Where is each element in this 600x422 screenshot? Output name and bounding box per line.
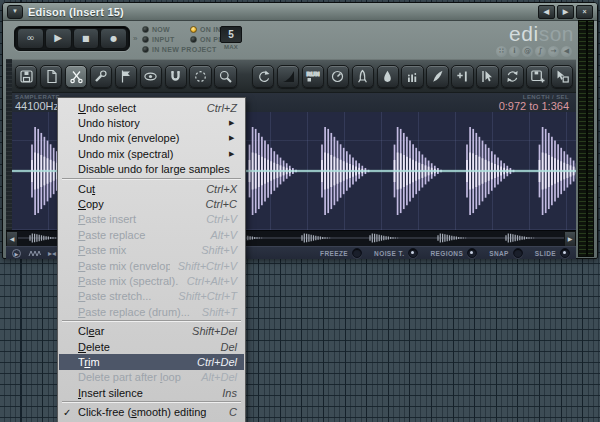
arrow-left-icon[interactable]: ◀ xyxy=(561,46,572,57)
arrow-right-icon[interactable]: → xyxy=(548,46,559,57)
record-option-input[interactable]: INPUT xyxy=(142,34,188,44)
floppyplus-icon xyxy=(530,69,545,84)
wave-scroll-icon[interactable] xyxy=(28,249,41,258)
menu-shortcut: Del xyxy=(220,341,237,353)
loop-button[interactable]: ∞ xyxy=(17,28,44,49)
drop-icon xyxy=(380,69,395,84)
insert-button[interactable] xyxy=(451,65,473,88)
window-close-button[interactable]: × xyxy=(576,5,593,19)
zoom-icon xyxy=(218,69,233,84)
window-title: Edison (Insert 15) xyxy=(28,6,538,18)
flag-icon xyxy=(118,69,133,84)
run-script-button[interactable]: RUN xyxy=(302,65,324,88)
send-to-playlist-button[interactable] xyxy=(551,65,573,88)
toggle-freeze[interactable]: FREEZE xyxy=(320,248,362,258)
smoothing-icon[interactable]: ∫ xyxy=(535,46,546,57)
zoom-button[interactable] xyxy=(214,65,236,88)
drag-button[interactable] xyxy=(476,65,498,88)
record-option-in-new-project[interactable]: IN NEW PROJECT xyxy=(142,44,262,54)
menu-separator xyxy=(62,320,241,322)
window-next-button[interactable]: ▶ xyxy=(557,5,574,19)
toggle-snap[interactable]: SNAP xyxy=(489,248,523,258)
top-panel: ∞▶■● » NOWON INPUTINPUTON PLAYIN NEW PRO… xyxy=(6,20,576,59)
play-button[interactable]: ▶ xyxy=(45,28,72,49)
stop-icon: ■ xyxy=(82,34,90,43)
menu-shortcut: Ctrl+Z xyxy=(207,102,237,114)
menu-item-undo-mix-spectral[interactable]: Undo mix (spectral)▶ xyxy=(59,146,244,161)
menu-separator xyxy=(62,401,241,403)
floppy-icon xyxy=(19,69,34,84)
record-button[interactable]: ● xyxy=(100,28,127,49)
blur-button[interactable] xyxy=(377,65,399,88)
loop-icon: ∞ xyxy=(26,32,34,43)
toggle-slide[interactable]: SLIDE xyxy=(535,248,570,258)
at-icon[interactable]: @ xyxy=(522,46,533,57)
run-icon: RUN xyxy=(305,69,320,84)
led-icon xyxy=(560,248,570,258)
magnet-icon xyxy=(168,69,183,84)
play-indicator-icon[interactable]: ▶ xyxy=(12,249,21,258)
menu-item-delete-part-after-loop: Delete part after loopAlt+Del xyxy=(59,370,244,385)
zoom-in-out-icon[interactable]: ▸◂ xyxy=(48,249,56,258)
menu-item-undo-history[interactable]: Undo history▶ xyxy=(59,115,244,130)
markers-button[interactable] xyxy=(115,65,137,88)
menu-shortcut: Ctrl+V xyxy=(206,213,237,225)
selection-button[interactable] xyxy=(189,65,211,88)
menu-item-delete[interactable]: DeleteDel xyxy=(59,339,244,354)
menu-item-cut[interactable]: CutCtrl+X xyxy=(59,181,244,196)
menu-item-undo-select[interactable]: Undo selectCtrl+Z xyxy=(59,100,244,115)
amp-icon xyxy=(355,69,370,84)
toggle-noise-t-[interactable]: NOISE T. xyxy=(374,248,418,258)
eye-icon xyxy=(143,69,158,84)
toggle-regions[interactable]: REGIONS xyxy=(430,248,477,258)
scroll-left-button[interactable]: ◀ xyxy=(6,231,18,247)
snap-button[interactable] xyxy=(165,65,187,88)
menu-item-trim[interactable]: TrimCtrl+Del xyxy=(59,354,244,369)
stats-button[interactable] xyxy=(401,65,423,88)
window-menu-button[interactable]: ▼ xyxy=(7,5,23,19)
edit-tools-button[interactable] xyxy=(65,65,87,88)
menu-item-undo-mix-envelope[interactable]: Undo mix (envelope)▶ xyxy=(59,131,244,146)
menu-shortcut: Shift+V xyxy=(201,244,237,256)
record-option-now[interactable]: NOW xyxy=(142,24,188,34)
transport-controls: ∞▶■● xyxy=(14,26,130,51)
amp-button[interactable] xyxy=(352,65,374,88)
titlebar[interactable]: ▼ Edison (Insert 15) ◀ ▶ × xyxy=(3,3,597,21)
stop-button[interactable]: ■ xyxy=(73,28,100,49)
check-icon: ✓ xyxy=(63,407,78,418)
envelope-button[interactable] xyxy=(277,65,299,88)
window-prev-button[interactable]: ◀ xyxy=(538,5,555,19)
scroll-right-button[interactable]: ▶ xyxy=(564,231,576,247)
menu-item-insert-silence[interactable]: Insert silenceIns xyxy=(59,385,244,400)
view-button[interactable] xyxy=(140,65,162,88)
scissors-icon xyxy=(69,69,84,84)
menu-item-paste-mix-spectral: Paste mix (spectral)...Ctrl+Alt+V xyxy=(59,273,244,288)
wrench-icon xyxy=(93,69,108,84)
dots-icon[interactable]: ∷ xyxy=(496,46,507,57)
draw-button[interactable] xyxy=(426,65,448,88)
max-time-label: MAX xyxy=(220,44,242,50)
menu-item-click-free-smooth-editing[interactable]: ✓Click-free (smooth) editingC xyxy=(59,404,244,419)
menu-shortcut: Ctrl+Alt+V xyxy=(187,275,237,287)
convert-button[interactable] xyxy=(501,65,523,88)
submenu-arrow-icon: ▶ xyxy=(229,119,237,127)
menu-shortcut: Shift+T xyxy=(202,306,237,318)
file-button[interactable] xyxy=(40,65,62,88)
arrow-left-icon: ◀ xyxy=(544,8,549,15)
info-icon[interactable]: i xyxy=(509,46,520,57)
time-button[interactable] xyxy=(327,65,349,88)
undo-button[interactable] xyxy=(252,65,274,88)
chevron-right-icon: » xyxy=(133,34,137,43)
sync-icon xyxy=(505,69,520,84)
tools-button[interactable] xyxy=(90,65,112,88)
envelope-icon xyxy=(281,69,296,84)
menu-item-disable-undo-for-large-samples[interactable]: Disable undo for large samples xyxy=(59,162,244,177)
menu-item-clear[interactable]: ClearShift+Del xyxy=(59,323,244,338)
chevron-down-icon: ▼ xyxy=(12,8,18,14)
save-button[interactable] xyxy=(15,65,37,88)
led-icon xyxy=(142,46,149,53)
menu-item-copy[interactable]: CopyCtrl+C xyxy=(59,196,244,211)
selection-range-value: 0:972 to 1:364 xyxy=(499,100,569,112)
save-as-button[interactable] xyxy=(526,65,548,88)
max-time-display[interactable]: 5 xyxy=(220,26,242,43)
